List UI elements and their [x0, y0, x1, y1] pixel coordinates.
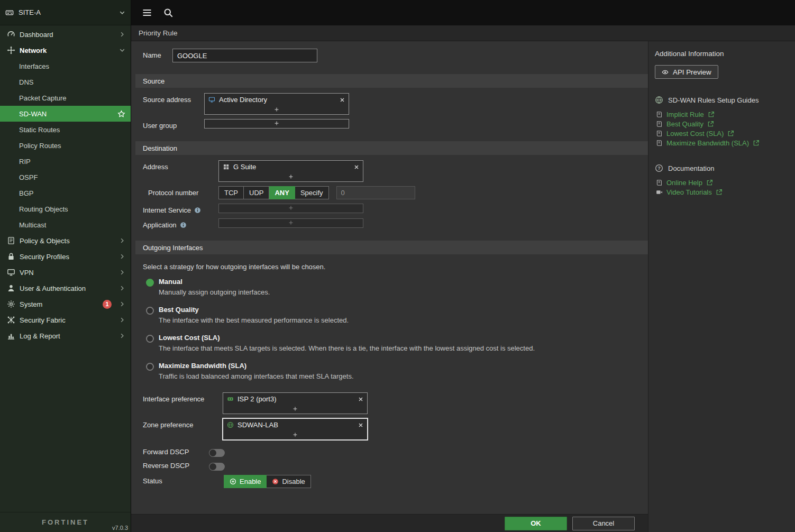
protocol-udp-button[interactable]: UDP [244, 186, 269, 199]
guide-link-maximize-bandwidth[interactable]: Maximize Bandwidth (SLA) [656, 139, 789, 147]
add-address-button[interactable] [219, 173, 363, 181]
sidebar-item-user-authentication[interactable]: User & Authentication [0, 280, 131, 296]
chevron-right-icon [119, 285, 125, 291]
sidebar-item-log-report[interactable]: Log & Report [0, 328, 131, 344]
name-label: Name [143, 49, 172, 59]
add-internet-service-button[interactable] [219, 204, 363, 213]
cancel-button[interactable]: Cancel [572, 517, 635, 530]
sidebar-item-network[interactable]: Network [0, 42, 131, 58]
search-button[interactable] [163, 7, 173, 18]
sidebar-item-packet-capture[interactable]: Packet Capture [0, 90, 131, 106]
sidebar-item-routing-objects[interactable]: Routing Objects [0, 201, 131, 217]
external-link-icon [707, 121, 714, 127]
ok-button[interactable]: OK [505, 517, 567, 530]
strategy-manual[interactable]: Manual Manually assign outgoing interfac… [135, 273, 648, 301]
application-box[interactable] [218, 218, 363, 228]
external-link-icon [727, 130, 734, 137]
sidebar-item-system[interactable]: System 1 [0, 296, 131, 312]
sidebar-item-sdwan[interactable]: SD-WAN [0, 106, 131, 122]
interface-preference-entry[interactable]: ISP 2 (port3) [223, 393, 367, 405]
sidebar-item-policy-objects[interactable]: Policy & Objects [0, 233, 131, 249]
sidebar-item-bgp[interactable]: BGP [0, 185, 131, 201]
interface-preference-label: Interface preference [143, 392, 223, 403]
user-icon [7, 284, 15, 292]
forward-dscp-label: Forward DSCP [143, 447, 209, 456]
doc-link-video-tutorials[interactable]: Video Tutorials [656, 188, 789, 196]
radio-lowest-cost[interactable] [146, 335, 154, 343]
sidebar-item-dashboard[interactable]: Dashboard [0, 26, 131, 42]
add-application-button[interactable] [219, 219, 363, 227]
zone-preference-entry[interactable]: SDWAN-LAB [223, 419, 367, 431]
remove-icon[interactable] [340, 97, 345, 103]
sidebar-item-security-profiles[interactable]: Security Profiles [0, 249, 131, 264]
add-user-group-button[interactable] [205, 120, 349, 128]
video-icon [656, 189, 663, 196]
sidebar-item-multicast[interactable]: Multicast [0, 217, 131, 233]
topbar [131, 0, 795, 25]
star-icon[interactable] [117, 110, 125, 118]
protocol-segmented-control: TCP UDP ANY Specify [218, 186, 329, 199]
source-address-box[interactable]: Active Directory [204, 93, 349, 115]
doc-link-online-help[interactable]: Online Help [656, 179, 789, 187]
section-source: Source [135, 74, 648, 88]
active-directory-icon [208, 96, 215, 103]
add-zone-button[interactable] [223, 431, 367, 439]
sidebar-item-rip[interactable]: RIP [0, 153, 131, 169]
user-group-box[interactable] [204, 119, 349, 129]
protocol-any-button[interactable]: ANY [269, 186, 295, 199]
fortinet-logo: FORTINET [42, 518, 89, 526]
remove-icon[interactable] [354, 164, 359, 170]
protocol-specify-button[interactable]: Specify [295, 186, 329, 199]
forward-dscp-toggle[interactable] [209, 449, 225, 457]
zone-preference-box[interactable]: SDWAN-LAB [223, 418, 368, 440]
radio-maximize-bandwidth[interactable] [146, 363, 154, 371]
source-address-entry[interactable]: Active Directory [205, 94, 349, 106]
external-link-icon [716, 189, 723, 196]
menu-button[interactable] [142, 7, 152, 18]
remove-icon[interactable] [358, 423, 363, 428]
guide-link-implicit-rule[interactable]: Implicit Rule [656, 111, 789, 118]
address-box[interactable]: G Suite [218, 160, 363, 182]
reverse-dscp-toggle[interactable] [209, 463, 225, 471]
sidebar-item-dns[interactable]: DNS [0, 74, 131, 90]
sidebar-item-ospf[interactable]: OSPF [0, 169, 131, 185]
book-icon [656, 130, 663, 137]
fabric-icon [7, 316, 15, 324]
address-entry[interactable]: G Suite [219, 161, 363, 173]
remove-icon[interactable] [358, 397, 363, 402]
strategy-best-quality[interactable]: Best Quality The interface with the best… [135, 301, 648, 329]
interface-icon [227, 396, 234, 402]
radio-best-quality[interactable] [146, 307, 154, 315]
radio-manual[interactable] [146, 279, 154, 287]
plus-icon [288, 205, 294, 210]
add-interface-button[interactable] [223, 405, 367, 414]
site-name: SITE-A [19, 8, 41, 16]
external-link-icon [753, 140, 760, 146]
document-icon [7, 236, 15, 245]
protocol-tcp-button[interactable]: TCP [218, 186, 244, 199]
guide-link-best-quality[interactable]: Best Quality [656, 120, 789, 128]
sdwan-zone-icon [227, 421, 234, 428]
info-icon[interactable] [180, 222, 187, 228]
api-preview-button[interactable]: API Preview [655, 65, 718, 79]
strategy-maximize-bandwidth[interactable]: Maximize Bandwidth (SLA) Traffic is load… [135, 357, 648, 385]
sidebar-item-interfaces[interactable]: Interfaces [0, 58, 131, 74]
sidebar-item-policy-routes[interactable]: Policy Routes [0, 137, 131, 153]
chevron-right-icon [119, 317, 125, 323]
site-selector[interactable]: SITE-A [0, 0, 131, 25]
sidebar-item-security-fabric[interactable]: Security Fabric [0, 312, 131, 328]
status-enable-button[interactable]: Enable [224, 475, 267, 488]
sidebar-item-static-routes[interactable]: Static Routes [0, 122, 131, 137]
sidebar-item-vpn[interactable]: VPN [0, 264, 131, 280]
guide-link-lowest-cost[interactable]: Lowest Cost (SLA) [656, 130, 789, 137]
question-circle-icon [655, 164, 663, 172]
internet-service-box[interactable] [218, 204, 363, 213]
protocol-number-input[interactable] [336, 186, 415, 199]
status-disable-button[interactable]: Disable [267, 475, 310, 488]
name-input[interactable] [172, 49, 317, 62]
add-source-address-button[interactable] [205, 106, 349, 114]
strategy-lowest-cost[interactable]: Lowest Cost (SLA) The interface that mee… [135, 329, 648, 357]
interface-preference-box[interactable]: ISP 2 (port3) [223, 392, 368, 414]
info-icon[interactable] [194, 207, 201, 214]
plus-icon [274, 107, 279, 112]
